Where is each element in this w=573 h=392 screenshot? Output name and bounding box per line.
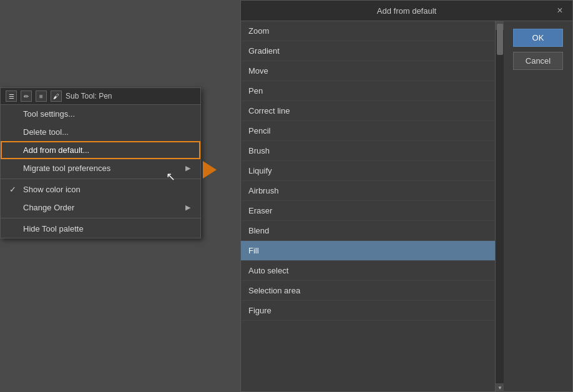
tool-list-area: Zoom Gradient Move Pen Correct line Penc… (241, 21, 504, 392)
pen-icon: ✏ (21, 91, 32, 102)
menu-item-delete-tool[interactable]: Delete tool... (1, 123, 200, 141)
menu-item-show-color-icon-label: Show color icon (23, 185, 81, 194)
menu-separator-1 (1, 179, 200, 179)
list-item-airbrush[interactable]: Airbrush (241, 181, 495, 201)
menu-item-tool-settings[interactable]: Tool settings... (1, 105, 200, 123)
list-item-gradient[interactable]: Gradient (241, 41, 495, 61)
dialog-content: Zoom Gradient Move Pen Correct line Penc… (241, 21, 572, 392)
menu-separator-2 (1, 218, 200, 218)
menu-item-change-order-label: Change Order (23, 203, 74, 212)
list-icon-symbol: ≡ (39, 93, 43, 100)
tool-list: Zoom Gradient Move Pen Correct line Penc… (241, 21, 495, 392)
list-item-blend[interactable]: Blend (241, 221, 495, 241)
list-item-auto-select[interactable]: Auto select (241, 261, 495, 281)
list-item-eraser[interactable]: Eraser (241, 201, 495, 221)
dialog-title: Add from default (260, 6, 554, 16)
list-item-brush[interactable]: Brush (241, 141, 495, 161)
dialog-titlebar: Add from default × (241, 1, 572, 21)
arrow-connector (203, 161, 217, 179)
list-scrollbar[interactable]: ▲ ▼ (495, 21, 504, 392)
migrate-tool-arrow-icon: ▶ (185, 164, 190, 172)
menu-item-migrate-tool-label: Migrate tool preferences (23, 164, 110, 173)
menu-item-add-from-default[interactable]: Add from default... (1, 141, 200, 159)
list-item-liquify[interactable]: Liquify (241, 161, 495, 181)
scrollbar-down-button[interactable]: ▼ (496, 383, 504, 392)
add-from-default-dialog: Add from default × Zoom Gradient Move Pe… (240, 0, 573, 392)
list-item-zoom[interactable]: Zoom (241, 21, 495, 41)
menu-icon-symbol: ☰ (9, 93, 14, 100)
brush-icon-symbol: 🖌 (53, 93, 59, 100)
menu-icon: ☰ (6, 91, 17, 102)
change-order-arrow-icon: ▶ (185, 203, 190, 212)
list-icon: ≡ (36, 91, 47, 102)
list-item-move[interactable]: Move (241, 61, 495, 81)
list-item-correct-line[interactable]: Correct line (241, 101, 495, 121)
dialog-close-button[interactable]: × (554, 4, 566, 17)
list-item-pencil[interactable]: Pencil (241, 121, 495, 141)
menu-header-label: Sub Tool: Pen (66, 92, 112, 100)
menu-header: ☰ ✏ ≡ 🖌 Sub Tool: Pen (1, 88, 200, 105)
menu-item-hide-tool-palette[interactable]: Hide Tool palette (1, 220, 200, 238)
menu-item-tool-settings-label: Tool settings... (23, 109, 75, 119)
brush-icon: 🖌 (51, 91, 62, 102)
ok-button[interactable]: OK (513, 29, 563, 47)
list-item-figure[interactable]: Figure (241, 301, 495, 321)
menu-item-hide-tool-palette-label: Hide Tool palette (23, 224, 84, 233)
pen-icon-symbol: ✏ (24, 93, 29, 100)
scrollbar-thumb[interactable] (497, 24, 503, 55)
dialog-buttons: OK Cancel (504, 21, 572, 392)
menu-item-add-from-default-label: Add from default... (23, 145, 89, 155)
menu-item-migrate-tool[interactable]: Migrate tool preferences ▶ (1, 159, 200, 177)
list-item-fill[interactable]: Fill (241, 241, 495, 261)
cancel-button[interactable]: Cancel (513, 52, 563, 70)
list-item-pen[interactable]: Pen (241, 81, 495, 101)
context-menu: ☰ ✏ ≡ 🖌 Sub Tool: Pen Tool settings... D… (0, 87, 201, 238)
show-color-icon-check: ✓ (9, 185, 16, 194)
menu-item-delete-tool-label: Delete tool... (23, 127, 69, 137)
list-item-selection-area[interactable]: Selection area (241, 281, 495, 301)
menu-item-change-order[interactable]: Change Order ▶ (1, 198, 200, 217)
menu-item-show-color-icon[interactable]: ✓ Show color icon (1, 180, 200, 198)
